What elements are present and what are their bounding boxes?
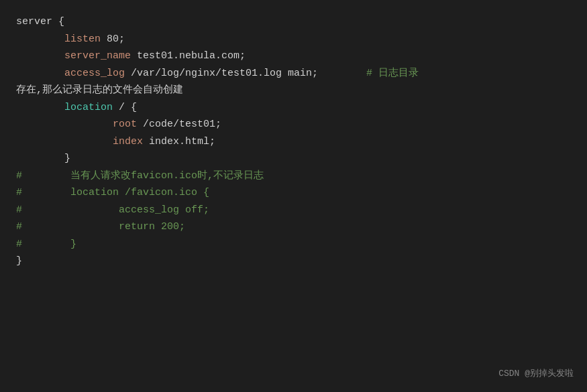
code-block: server { listen 80; server_name test01.n… xyxy=(0,0,587,392)
code-line-line1: server { xyxy=(16,13,571,31)
code-lines: server { listen 80; server_name test01.n… xyxy=(16,13,571,270)
code-line-line13: # location /favicon.ico { xyxy=(16,184,571,202)
code-line-line15: # return 200; xyxy=(16,218,571,236)
code-line-line5: 存在,那么记录日志的文件会自动创建 xyxy=(16,82,571,99)
code-line-line14: # access_log off; xyxy=(16,202,571,219)
code-line-line3: server_name test01.nebula.com; xyxy=(16,48,571,65)
code-line-line8: root /code/test01; xyxy=(16,116,571,133)
code-line-line12: # 当有人请求改favicon.ico时,不记录日志 xyxy=(16,168,571,185)
code-line-line4: access_log /var/log/nginx/test01.log mai… xyxy=(16,65,571,82)
code-line-line9: index index.html; xyxy=(16,133,571,151)
code-line-line17: } xyxy=(16,253,571,270)
code-line-line10: } xyxy=(16,150,571,168)
code-line-line7: location / { xyxy=(16,99,571,117)
code-line-line16: # } xyxy=(16,236,571,253)
watermark: CSDN @别掉头发啦 xyxy=(498,367,574,381)
code-line-line2: listen 80; xyxy=(16,31,571,48)
